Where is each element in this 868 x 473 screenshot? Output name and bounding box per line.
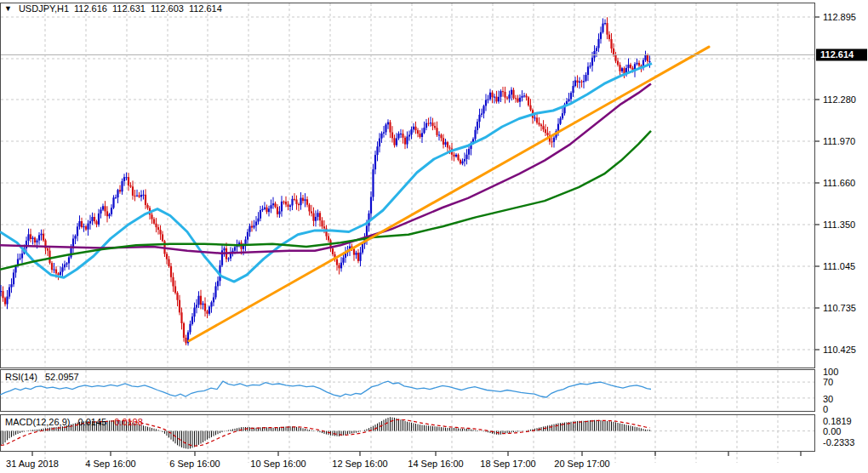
candle-up (570, 93, 572, 99)
candle-up (272, 203, 274, 205)
candle-down (294, 199, 295, 200)
macd-axis-label: 0.00 (823, 426, 841, 436)
candle-down (608, 35, 610, 39)
time-axis-label: 31 Aug 2018 (6, 459, 59, 469)
candle-down (138, 196, 140, 197)
candle-down (95, 221, 97, 225)
candle-up (474, 130, 476, 140)
candle-up (27, 234, 29, 241)
candle-up (102, 206, 104, 209)
candle-down (434, 126, 436, 128)
candle-up (370, 197, 372, 214)
candle-down (308, 205, 310, 212)
candle-down (414, 127, 416, 130)
candle-down (328, 236, 329, 241)
candle-up (142, 195, 144, 196)
candle-up (9, 288, 10, 297)
candle-up (191, 316, 193, 324)
candle-up (579, 82, 580, 83)
candle-down (447, 142, 448, 147)
candle-up (247, 232, 248, 240)
candle-up (562, 113, 563, 118)
candle-down (49, 251, 50, 264)
candle-down (515, 98, 517, 99)
candle-up (593, 51, 595, 58)
candle-up (26, 241, 27, 248)
candle-down (157, 227, 159, 230)
candle-down (630, 65, 631, 68)
candle-up (485, 100, 487, 105)
candle-up (534, 117, 535, 118)
candle-up (396, 139, 397, 145)
candle-up (136, 196, 138, 197)
candle-down (431, 123, 433, 126)
candle-up (519, 98, 521, 102)
candle-up (123, 177, 125, 181)
candle-up (121, 181, 123, 191)
candle-up (438, 135, 440, 136)
candle-up (636, 63, 637, 64)
candle-down (302, 198, 304, 202)
candle-down (440, 135, 442, 139)
candle-down (427, 123, 429, 124)
candle-down (617, 61, 619, 66)
candle-up (234, 247, 236, 250)
candle-up (568, 100, 569, 101)
candle-up (421, 133, 423, 137)
candle-down (287, 204, 288, 207)
candle-down (145, 195, 146, 205)
price-axis-label: 111.350 (823, 219, 855, 230)
price-axis-label: 112.280 (823, 94, 856, 105)
candle-up (125, 177, 127, 178)
candle-up (117, 190, 118, 197)
rsi-axis-label: 100 (823, 367, 838, 377)
candle-up (64, 265, 66, 267)
candle-up (21, 254, 23, 258)
candle-up (315, 217, 317, 221)
candle-up (78, 221, 80, 226)
candle-up (208, 307, 210, 314)
price-chart-canvas[interactable]: 112.614112.895112.280111.970111.660111.3… (0, 0, 868, 473)
candle-down (610, 39, 612, 48)
candle-up (214, 286, 216, 297)
candle-up (423, 128, 425, 133)
candle-up (553, 138, 555, 142)
candle-down (546, 133, 548, 135)
macd-axis-label: 0.1819 (823, 416, 852, 426)
current-price-text: 112.614 (820, 49, 854, 60)
candle-up (268, 208, 270, 212)
time-axis-label: 12 Sep 16:00 (332, 459, 387, 469)
candle-up (53, 270, 54, 271)
candle-up (257, 219, 259, 222)
candle-up (621, 68, 623, 71)
candle-up (261, 209, 263, 210)
candle-up (523, 95, 525, 96)
candle-up (6, 297, 8, 305)
candle-down (443, 138, 444, 145)
candle-up (583, 81, 585, 82)
candle-down (402, 134, 403, 138)
candle-down (47, 248, 49, 251)
candle-up (489, 93, 491, 100)
candle-up (500, 91, 501, 97)
candle-down (266, 208, 267, 212)
candle-down (200, 296, 202, 305)
candle-down (85, 226, 87, 230)
candle-down (613, 48, 614, 54)
candle-up (604, 23, 606, 24)
candle-up (89, 221, 91, 224)
candle-down (185, 338, 186, 343)
macd-signal-line (1, 419, 650, 446)
candle-up (362, 244, 363, 253)
candle-up (425, 123, 427, 128)
candle-down (323, 226, 325, 228)
candle-down (457, 155, 459, 160)
candle-up (66, 263, 67, 264)
candle-down (2, 291, 3, 298)
candle-down (321, 220, 323, 226)
candle-down (4, 298, 6, 304)
candle-up (596, 48, 597, 51)
candle-down (391, 133, 393, 139)
candle-down (417, 130, 419, 134)
ascending-trendline[interactable] (189, 47, 709, 341)
